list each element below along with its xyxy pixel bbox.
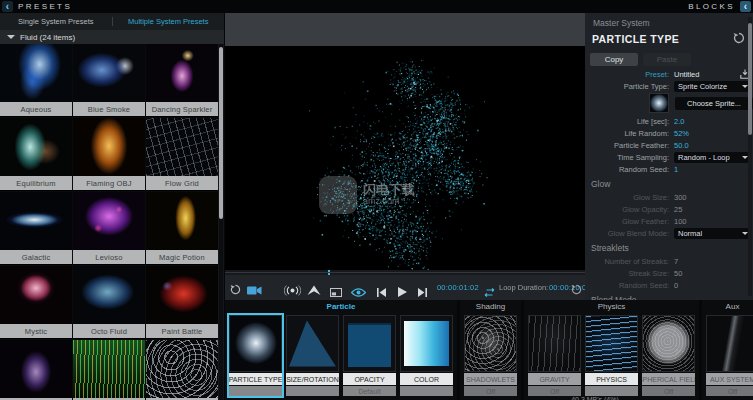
motion-blur-icon[interactable] <box>284 282 301 300</box>
next-frame-icon[interactable] <box>418 283 427 301</box>
play-icon[interactable] <box>398 283 407 301</box>
inspector-panel: Master System PARTICLE TYPE Copy Paste P… <box>585 13 753 300</box>
camera-icon[interactable] <box>247 282 262 300</box>
preset-item[interactable]: Flaming OBJ <box>73 118 145 191</box>
block-card[interactable]: SIZE/ROTATION <box>286 315 339 396</box>
preset-item[interactable]: Blue Smoke <box>73 44 145 117</box>
screen-icon[interactable] <box>330 283 342 301</box>
param-label: Random Seed: <box>585 165 674 174</box>
param-value[interactable]: 300 <box>674 193 687 202</box>
back-chevron-icon[interactable]: ‹ <box>2 1 13 12</box>
collapse-panel-chevron-icon[interactable]: ‹ <box>740 1 751 12</box>
param-value[interactable]: 50 <box>674 269 682 278</box>
copy-button[interactable]: Copy <box>590 53 638 66</box>
param-value[interactable]: 25 <box>674 205 682 214</box>
scrollbar-thumb[interactable] <box>219 47 223 219</box>
param-row: Glow Feather:100 <box>585 216 753 226</box>
block-card-sub: Off <box>642 386 695 396</box>
dropdown-value: Normal <box>678 229 702 238</box>
preset-item[interactable]: Rising Bubbles <box>146 340 218 400</box>
preset-item[interactable]: Flow Grid <box>146 118 218 191</box>
tab-single-system-presets[interactable]: Single System Presets <box>0 17 112 26</box>
section-tab[interactable]: Physics <box>524 300 699 313</box>
param-value[interactable]: 100 <box>674 217 687 226</box>
preset-item[interactable]: Equilibrium <box>0 118 72 191</box>
preset-item[interactable]: Octo Fluid <box>73 266 145 339</box>
preset-item[interactable]: Galactic <box>0 192 72 265</box>
param-label: Glow Size: <box>585 193 674 202</box>
block-card-label: AUX SYSTEM <box>706 373 753 385</box>
block-card[interactable]: GRAVITYOff <box>528 315 581 396</box>
block-card[interactable]: COLOR <box>400 315 453 396</box>
current-timecode: 00:00:01:02 <box>437 283 479 292</box>
param-value[interactable]: 0 <box>674 281 678 290</box>
preset-item[interactable]: Paint Battle <box>146 266 218 339</box>
param-value[interactable]: 52% <box>674 129 689 138</box>
dropdown[interactable]: Normal <box>674 228 752 239</box>
wing-icon[interactable] <box>307 282 321 300</box>
preset-name: Flow Grid <box>146 176 218 190</box>
watermark-line1: 闪电下载 <box>363 183 415 197</box>
preset-item[interactable]: Rainbow Drop <box>73 340 145 400</box>
section-tab[interactable]: Aux <box>702 300 753 313</box>
block-card[interactable]: SPHERICAL FIELDOff <box>642 315 695 396</box>
preset-thumbnail <box>73 118 145 176</box>
block-card[interactable]: OPACITYDefault <box>343 315 396 396</box>
preset-item[interactable]: Magic Potion <box>146 192 218 265</box>
inspector-scrollbar-thumb[interactable] <box>748 23 752 135</box>
preset-item[interactable]: Levioso <box>73 192 145 265</box>
param-value[interactable]: 2.0 <box>674 117 684 126</box>
param-value[interactable]: 7 <box>674 257 678 266</box>
card-row: PARTICLE TYPESIZE/ROTATIONOPACITYDefault… <box>225 313 457 396</box>
block-card-sub: Default <box>343 386 396 396</box>
block-section-physics: PhysicsGRAVITYOffPHYSICSSPHERICAL FIELDO… <box>524 300 699 400</box>
physics-thumb-icon <box>585 315 638 372</box>
block-card[interactable]: PHYSICS <box>585 315 638 396</box>
param-row: Random Seed:0 <box>585 280 753 290</box>
preset-thumbnail <box>146 340 218 398</box>
block-card-sub: Off <box>706 386 753 396</box>
preset-thumbnail <box>0 266 72 324</box>
preset-group-header[interactable]: Fluid (24 items) <box>0 30 224 44</box>
block-card-sub: Off <box>464 386 517 396</box>
param-label: Glow Blend Mode: <box>585 229 674 238</box>
param-value[interactable]: 50.0 <box>674 141 689 150</box>
sprite-thumbnail[interactable] <box>649 93 669 113</box>
choose-sprite-button[interactable]: Choose Sprite... <box>675 97 753 110</box>
dropdown[interactable]: Random - Loop <box>674 152 752 163</box>
loop-icon[interactable] <box>483 283 496 301</box>
block-card[interactable]: AUX SYSTEMOff <box>706 315 753 396</box>
block-card[interactable]: SHADOWLETSOff <box>464 315 517 396</box>
param-value[interactable]: Untitled <box>674 70 699 79</box>
section-tab[interactable]: Shading <box>460 300 521 313</box>
visibility-eye-icon[interactable] <box>351 283 366 301</box>
prev-frame-icon[interactable] <box>377 283 386 301</box>
block-card[interactable]: PARTICLE TYPE <box>229 315 282 396</box>
block-card-sub: Off <box>528 386 581 396</box>
preset-item[interactable]: Phantom <box>0 340 72 400</box>
param-row: Random Seed:1 <box>585 164 753 174</box>
top-bar: ‹ PRESETS BLOCKS ‹ <box>0 0 753 13</box>
preset-item[interactable]: Aqueous <box>0 44 72 117</box>
panel-title: PARTICLE TYPE <box>592 33 679 45</box>
param-row: Preset:Untitled <box>585 69 753 79</box>
watermark-line2: amz.com <box>363 197 415 206</box>
preview-viewport: 闪电下载 amz.com <box>225 13 585 300</box>
paste-button[interactable]: Paste <box>643 53 691 66</box>
colorgrad-thumb-icon <box>400 315 453 372</box>
reset-view-icon[interactable] <box>230 281 241 299</box>
inspector-scrollbar[interactable] <box>748 17 752 296</box>
tab-multiple-system-presets[interactable]: Multiple System Presets <box>113 17 225 26</box>
preset-name: Flaming OBJ <box>73 176 145 190</box>
preset-name: Magic Potion <box>146 250 218 264</box>
sidebar-scrollbar[interactable] <box>219 44 223 400</box>
section-tab[interactable]: Particle <box>225 300 457 313</box>
param-value[interactable]: 1 <box>674 165 678 174</box>
reset-loop-icon[interactable] <box>571 281 582 299</box>
dropdown[interactable]: Sprite Colorize <box>674 81 752 92</box>
param-label: Streak Size: <box>585 269 674 278</box>
preset-item[interactable]: Mystic <box>0 266 72 339</box>
preset-item[interactable]: Dancing Sparkler <box>146 44 218 117</box>
reset-params-icon[interactable] <box>733 30 745 48</box>
preset-thumbnail <box>146 44 218 102</box>
